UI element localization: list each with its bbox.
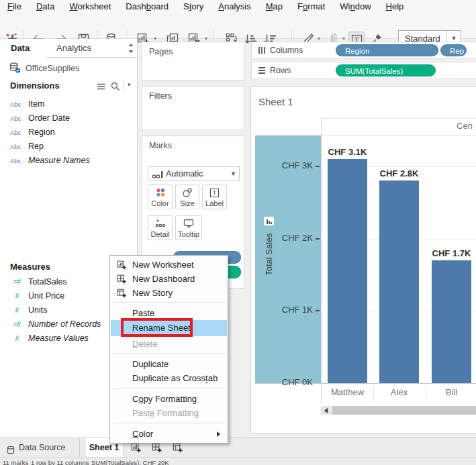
bar[interactable] [328,159,367,383]
dimension-label: Rep [28,140,44,154]
tab-analytics[interactable]: Analytics [56,39,91,57]
bar[interactable] [432,260,471,383]
dimension-item[interactable]: Abc Item [0,97,137,111]
data-pane-tabs: Data Analytics [0,39,137,58]
columns-shelf[interactable]: Columns Region Rep [251,42,476,59]
mark-type-dropdown[interactable]: Automatic ▼ [148,166,240,181]
highlight-dropdown-icon[interactable]: ▾ [316,36,322,42]
sheet-card: Sheet 1 Cen Total Sales CHF 0KCHF 1KCHF … [250,86,476,433]
pane-swap-icon[interactable] [127,43,135,56]
menu-item-new-dashboard[interactable]: New Dashboard [111,272,227,286]
dimension-item[interactable]: Abc Rep [0,140,137,154]
menu-item-duplicate[interactable]: Duplicate [111,357,227,371]
dimensions-menu-icon[interactable]: ▾ [128,81,131,88]
measure-label: Unit Price [28,289,64,303]
status-marks-count: 11 marks [3,459,28,465]
measure-icon: =# [9,275,25,289]
menu-data[interactable]: Data [29,0,62,13]
menu-item-copy-formatting[interactable]: Copy Formatting [111,392,227,406]
detail-button[interactable]: Detail [148,215,173,240]
menu-separator [113,388,225,389]
measure-label: TotalSales [28,275,67,289]
x-axis-label[interactable]: Matthew [322,387,373,397]
measure-label: Number of Records [28,317,101,331]
sheet-context-menu: New Worksheet New Dashboard New Story P [109,255,228,444]
view-list-icon[interactable] [96,82,106,93]
rows-shelf[interactable]: Rows SUM(TotalSales) [251,62,476,79]
menu-map[interactable]: Map [258,0,290,13]
status-aggregate: SUM(TotalSales): CHF 20K [91,459,169,465]
bar[interactable] [379,180,419,383]
x-label-divider [426,386,426,401]
clear-sheet-dropdown-icon[interactable]: ▾ [203,36,209,42]
bar-label: CHF 2.8K [369,168,430,178]
tooltip-label: Tooltip [176,230,201,238]
pill-region[interactable]: Region [336,44,438,56]
label-label: Label [203,199,226,207]
menu-window[interactable]: Window [332,0,378,13]
menu-file[interactable]: File [0,0,29,13]
color-icon [148,187,172,198]
dimension-label: Item [28,97,44,111]
menu-item-color[interactable]: Color [111,427,227,441]
menu-worksheet[interactable]: Worksheet [62,0,118,13]
icon-divider [123,81,124,91]
dimension-item[interactable]: Region Abc Region [0,125,137,140]
x-axis-label[interactable]: Alex [374,387,425,397]
size-button[interactable]: Size [175,185,199,209]
pages-label: Pages [149,47,173,56]
pages-shelf[interactable]: Pages [142,42,244,81]
y-tick-dash [316,166,320,167]
color-button[interactable]: Color [148,185,173,209]
filters-shelf[interactable]: Filters [142,86,244,130]
menu-format[interactable]: Format [290,0,332,13]
scroll-left-arrow-icon[interactable] [321,406,331,415]
measure-icon: =# [9,317,25,331]
tooltip-button[interactable]: Tooltip [175,215,202,240]
tab-data-source[interactable]: Data Source [0,438,80,457]
measure-icon: # [9,331,25,346]
datasource-row[interactable]: OfficeSupplies [0,60,137,76]
pill-rep[interactable]: Rep [440,44,467,56]
y-tick-label: CHF 0K [252,377,313,387]
dimension-label: Region [28,125,55,140]
datasource-name: OfficeSupplies [26,64,79,73]
menu-separator [113,353,225,354]
menu-story[interactable]: Story [176,0,211,13]
menubar: File Data Worksheet Dashboard Story Anal… [0,0,476,14]
x-axis-label[interactable]: Bill [426,387,476,397]
mark-type-value: Automatic [166,169,203,178]
y-tick-dash [316,310,320,311]
scrollbar-thumb[interactable] [332,406,476,415]
menu-analysis[interactable]: Analysis [211,0,258,13]
abc-icon: Abc [10,111,25,125]
menu-item-delete[interactable]: Delete [111,337,227,351]
menu-item-new-worksheet[interactable]: New Worksheet [111,258,227,272]
size-label: Size [176,199,199,207]
rows-label: Rows [270,66,291,75]
datasource-icon [9,62,21,76]
dimension-item[interactable]: Abc Measure Names [0,154,137,168]
tooltip-icon [176,218,201,229]
mark-type-caret-icon[interactable]: ▼ [230,170,236,177]
horizontal-scrollbar[interactable] [321,406,476,415]
y-tick-label: CHF 3K [252,160,313,170]
group-dropdown-icon[interactable]: ▾ [340,36,347,42]
search-icon[interactable] [110,81,120,93]
menu-item-paste-formatting[interactable]: Paste Formatting [111,406,227,420]
toolbar: ▾ ▾ [0,13,476,39]
new-worksheet-dropdown-icon[interactable]: ▾ [152,36,158,42]
tableau-app: File Data Worksheet Dashboard Story Anal… [0,0,476,465]
measures-header: Measures [10,262,50,272]
menu-item-new-story[interactable]: New Story [111,286,227,300]
menu-dashboard[interactable]: Dashboard [118,0,176,13]
dimension-item[interactable]: Abc Order Date [0,111,137,125]
pill-sum-totalsales[interactable]: SUM(TotalSales) [336,64,436,76]
bar-mark-icon [152,170,164,181]
menu-help[interactable]: Help [379,0,412,13]
tab-data[interactable]: Data [11,39,30,57]
menu-item-duplicate-as-crosstab[interactable]: Duplicate as Crosstab [111,371,227,385]
rename-sheet-annotation-box [121,318,193,337]
abc-icon: Abc [10,97,25,111]
label-button[interactable]: T Label [202,185,227,209]
